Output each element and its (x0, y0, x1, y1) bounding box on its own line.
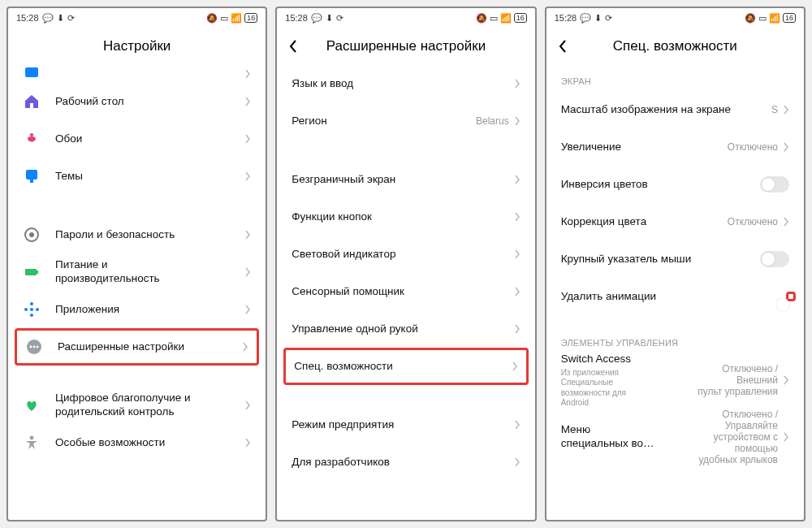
status-bar: 15:28 💬 ⬇ ⟳ 🔕 ▭ 📶 16 (8, 8, 266, 28)
row-label: Режим предприятия (292, 418, 513, 432)
svg-point-11 (36, 308, 39, 311)
row-g1-0[interactable]: Язык и ввод (277, 65, 534, 102)
row-g1-1[interactable]: РегионBelarus (277, 102, 534, 140)
svg-point-7 (30, 308, 33, 311)
notifications-icon (23, 65, 41, 83)
chat-icon: 💬 (42, 13, 54, 24)
row-g2-0[interactable]: Безграничный экран (277, 161, 534, 198)
status-icons: 🔕 ▭ 📶 16 (745, 13, 796, 24)
toggle-highlight (786, 292, 796, 301)
settings-row-main-2[interactable]: Обои (8, 120, 266, 158)
themes-icon (23, 167, 41, 185)
chevron-right-icon (514, 324, 520, 334)
row-label: Спец. возможности (294, 360, 511, 374)
phone-screen-accessibility: 15:28 💬 ⬇ ⟳ 🔕 ▭ 📶 16 Спец. возможности Э… (545, 6, 806, 522)
chat-icon: 💬 (311, 13, 322, 24)
battery-icon: 16 (244, 13, 257, 23)
settings-row-system-1[interactable]: Питание ипроизводительность (8, 253, 266, 291)
settings-row-system-2[interactable]: Приложения (8, 291, 266, 328)
chevron-right-icon (514, 249, 520, 259)
sync-icon: ⟳ (67, 13, 75, 24)
accessibility-row-0[interactable]: Масштаб изображения на экранеS (546, 91, 804, 128)
settings-row-main-1[interactable]: Рабочий стол (8, 83, 266, 120)
accessibility-row-11[interactable]: Менюспециальных во…Отключено / Управляйт… (546, 409, 804, 465)
wifi-icon: 📶 (769, 13, 780, 24)
toggle-switch[interactable] (760, 176, 789, 193)
toggle-switch[interactable] (760, 251, 789, 267)
row-label: Питание ипроизводительность (55, 258, 244, 286)
accessibility-row-3[interactable]: Коррекция цветаОтключено (546, 203, 804, 240)
chevron-right-icon (244, 97, 251, 106)
dnd-icon: 🔕 (476, 13, 487, 24)
row-label: Приложения (55, 303, 244, 317)
row-value: Belarus (476, 115, 509, 127)
row-label: Безграничный экран (292, 173, 513, 187)
status-time: 15:28 (555, 13, 577, 23)
row-g3-1[interactable]: Для разработчиков (277, 444, 534, 481)
settings-row-extra-0[interactable]: Цифровое благополучие иродительский конт… (8, 387, 266, 424)
chevron-right-icon (242, 342, 248, 352)
back-button[interactable] (288, 39, 298, 54)
row-label: Темы (55, 170, 244, 184)
accessibility-list[interactable]: ЭКРАН Масштаб изображения на экранеSУвел… (546, 65, 804, 520)
chevron-right-icon (244, 69, 251, 79)
chat-icon: 💬 (580, 13, 591, 24)
row-g3-0[interactable]: Режим предприятия (277, 406, 534, 444)
accessibility-row-2[interactable]: Инверсия цветов (546, 166, 804, 203)
row-g2-4[interactable]: Управление одной рукой (277, 310, 534, 348)
settings-row-main-3[interactable]: Темы (8, 158, 266, 195)
row-label: Коррекция цвета (561, 215, 728, 229)
chevron-right-icon (514, 420, 520, 430)
advanced-list[interactable]: Язык и вводРегионBelarus Безграничный эк… (277, 65, 534, 520)
chevron-right-icon (244, 438, 251, 448)
chevron-right-icon (783, 105, 789, 115)
row-label: Язык и ввод (292, 77, 513, 91)
row-label: Обои (55, 132, 244, 146)
wallpaper-icon (23, 130, 41, 148)
svg-rect-2 (30, 180, 33, 183)
chevron-right-icon (244, 400, 251, 410)
dnd-icon: 🔕 (745, 13, 756, 24)
accessibility-row-10[interactable]: Switch AccessИз приложенияСпециальныевоз… (546, 353, 804, 409)
row-label: Функции кнопок (292, 210, 513, 224)
row-label: Пароли и безопасность (55, 228, 244, 242)
accessibility-row-5[interactable]: Удалить анимации (546, 278, 804, 315)
battery-box-icon: ▭ (490, 13, 498, 24)
row-g2-1[interactable]: Функции кнопок (277, 198, 534, 236)
row-label: Особые возможности (55, 436, 244, 450)
battery-box-icon: ▭ (758, 13, 767, 24)
accessibility-row-4[interactable]: Крупный указатель мыши (546, 240, 804, 278)
battery-box-icon: ▭ (220, 13, 228, 24)
status-icons: 🔕 ▭ 📶 16 (476, 13, 527, 24)
svg-point-10 (24, 308, 28, 311)
chevron-right-icon (244, 134, 251, 144)
row-label: Удалить анимации (561, 290, 757, 304)
settings-list[interactable]: XРабочий столОбоиТемы Пароли и безопасно… (8, 65, 266, 520)
chevron-right-icon (244, 230, 251, 240)
accessibility-row-1[interactable]: УвеличениеОтключено (546, 128, 804, 166)
svg-rect-5 (25, 269, 37, 275)
row-g2-2[interactable]: Световой индикатор (277, 236, 534, 273)
page-title: Расширенные настройки (326, 38, 486, 54)
back-button[interactable] (558, 39, 568, 54)
svg-point-4 (29, 232, 34, 237)
row-sublabel: Из приложенияСпециальныевозможности дляA… (561, 368, 680, 409)
settings-row-main-0[interactable]: X (8, 65, 266, 83)
settings-row-system-3[interactable]: Расширенные настройки (15, 328, 259, 366)
accessibility-icon (23, 434, 41, 452)
row-g2-3[interactable]: Сенсорный помощник (277, 273, 534, 310)
svg-rect-0 (25, 67, 38, 77)
row-label: Масштаб изображения на экране (561, 103, 771, 117)
settings-row-extra-1[interactable]: Особые возможности (8, 424, 266, 461)
row-g2-5[interactable]: Спец. возможности (283, 348, 528, 385)
wifi-icon: 📶 (231, 13, 242, 24)
status-time: 15:28 (16, 13, 39, 23)
status-bar: 15:28 💬 ⬇ ⟳ 🔕 ▭ 📶 16 (277, 8, 534, 28)
settings-row-system-0[interactable]: Пароли и безопасность (8, 216, 266, 253)
svg-point-14 (33, 346, 36, 348)
chevron-right-icon (514, 287, 520, 296)
svg-point-9 (30, 314, 33, 317)
home-icon (23, 93, 41, 110)
svg-point-13 (30, 346, 32, 348)
row-label: Инверсия цветов (561, 178, 760, 192)
